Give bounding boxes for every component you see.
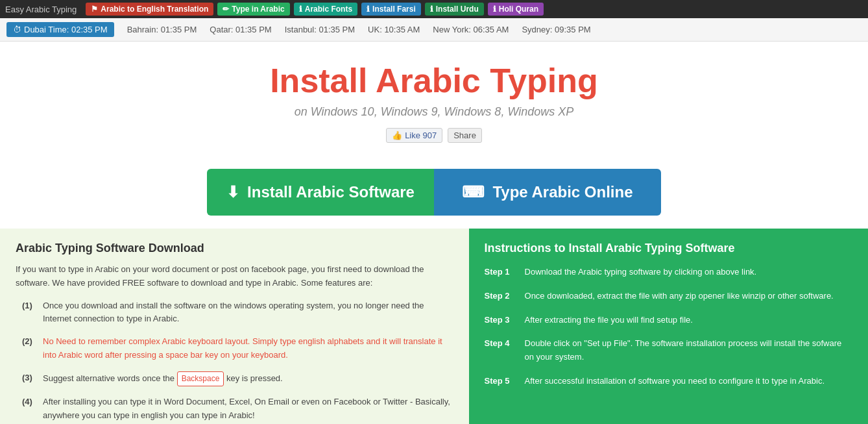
nav-label: Holi Quran [499,5,538,14]
info-icon: ℹ [493,5,496,14]
step-label: Step 1 [485,266,517,279]
nav-install-urdu[interactable]: ℹ Install Urdu [425,3,484,16]
item-number: (3) [22,371,35,386]
item-number: (1) [22,299,35,327]
site-title: Easy Arabic Typing [5,5,77,14]
install-label: Install Arabic Software [247,183,415,201]
left-heading: Arabic Typing Software Download [16,242,453,255]
step-text: Once downloaded, extract the file with a… [525,290,834,303]
top-navigation: Easy Arabic Typing ⚑ Arabic to English T… [0,0,868,18]
item-number: (2) [22,335,35,362]
content-section: Arabic Typing Software Download If you w… [0,229,868,424]
type-arabic-online-button[interactable]: ⌨ Type Arabic Online [434,169,661,216]
download-icon: ⬇ [226,183,239,201]
like-count: Like 907 [405,131,437,140]
nav-label: Install Farsi [372,5,416,14]
feature-list: (1) Once you download and install the so… [16,299,453,424]
info-icon: ℹ [299,5,302,14]
page-title: Install Arabic Typing [13,61,855,100]
sydney-time: Sydney: 09:35 PM [522,25,590,34]
step-label: Step 3 [485,314,517,327]
like-button[interactable]: 👍 Like 907 [386,128,442,143]
bahrain-time: Bahrain: 01:35 PM [127,25,197,34]
nav-label: Arabic to English Translation [101,5,208,14]
qatar-time: Qatar: 01:35 PM [210,25,271,34]
nav-install-farsi[interactable]: ℹ Install Farsi [361,3,421,16]
right-heading: Instructions to Install Arabic Typing So… [485,242,852,255]
clock-icon: ⏱ [13,25,21,34]
right-panel: Instructions to Install Arabic Typing So… [469,229,868,424]
step-text: Download the Arabic typing software by c… [525,266,757,279]
nav-holi-quran[interactable]: ℹ Holi Quran [488,3,544,16]
step-item: Step 2 Once downloaded, extract the file… [485,290,852,303]
nav-label: Install Urdu [436,5,479,14]
step-label: Step 2 [485,290,517,303]
pencil-icon: ✏ [223,5,229,14]
type-label: Type Arabic Online [492,183,633,201]
newyork-time: New York: 06:35 AM [433,25,509,34]
cta-section: ⬇ Install Arabic Software ⌨ Type Arabic … [207,169,661,216]
step-item: Step 4 Double click on "Set up File". Th… [485,337,852,364]
step-text: After extracting the file you will find … [525,314,693,327]
item-text: Once you download and install the softwa… [43,299,453,327]
istanbul-time: Istanbul: 01:35 PM [285,25,355,34]
info-icon: ℹ [367,5,370,14]
nav-arabic-fonts[interactable]: ℹ Arabic Fonts [294,3,357,16]
dubai-time: ⏱ Dubai Time: 02:35 PM [6,22,114,37]
step-item: Step 1 Download the Arabic typing softwa… [485,266,852,279]
list-item: (1) Once you download and install the so… [22,299,453,327]
item-text-red: No Need to remember complex Arabic keybo… [43,335,453,362]
step-label: Step 4 [485,337,517,364]
step-item: Step 3 After extracting the file you wil… [485,314,852,327]
nav-label: Type in Arabic [232,5,284,14]
uk-time: UK: 10:35 AM [368,25,420,34]
nav-arabic-translation[interactable]: ⚑ Arabic to English Translation [86,3,213,16]
list-item: (2) No Need to remember complex Arabic k… [22,335,453,362]
share-button[interactable]: Share [448,128,482,143]
step-item: Step 5 After successful installation of … [485,375,852,388]
item-number: (4) [22,395,35,423]
thumb-icon: 👍 [392,131,402,140]
keyboard-icon: ⌨ [462,183,485,201]
info-icon: ℹ [430,5,433,14]
list-item: (3) Suggest alternative words once the B… [22,371,453,386]
step-text: After successful installation of softwar… [525,375,825,388]
nav-type-arabic[interactable]: ✏ Type in Arabic [217,3,289,16]
step-label: Step 5 [485,375,517,388]
nav-label: Arabic Fonts [305,5,352,14]
flag-icon: ⚑ [91,5,98,14]
item-text: Suggest alternative words once the Backs… [43,371,283,386]
list-item: (4) After installing you can type it in … [22,395,453,423]
hero-section: Install Arabic Typing on Windows 10, Win… [0,42,868,156]
time-bar: ⏱ Dubai Time: 02:35 PM Bahrain: 01:35 PM… [0,18,868,42]
install-arabic-software-button[interactable]: ⬇ Install Arabic Software [207,169,434,216]
item-text: After installing you can type it in Word… [43,395,453,423]
page-subtitle: on Windows 10, Windows 9, Windows 8, Win… [13,105,855,119]
left-intro: If you want to type in Arabic on your wo… [16,263,453,290]
step-text: Double click on "Set up File". The softw… [525,337,852,364]
backspace-badge: Backspace [177,371,224,386]
left-panel: Arabic Typing Software Download If you w… [0,229,469,424]
